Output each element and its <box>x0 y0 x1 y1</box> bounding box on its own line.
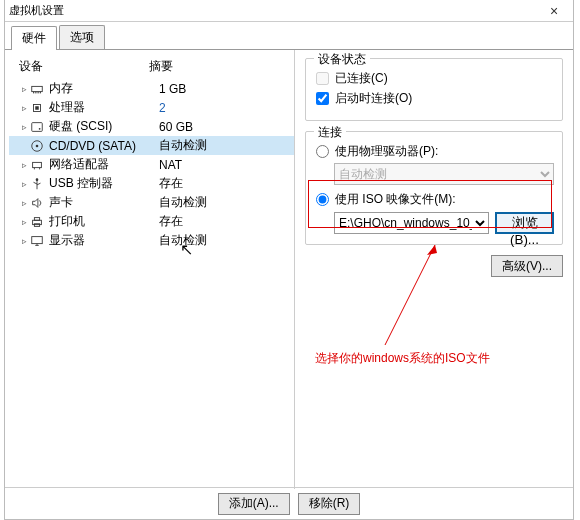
device-status-title: 设备状态 <box>314 51 370 68</box>
content-area: 设备 摘要 ▹内存1 GB▹处理器2▹硬盘 (SCSI)60 GBCD/DVD … <box>5 50 573 489</box>
advanced-button[interactable]: 高级(V)... <box>491 255 563 277</box>
add-button[interactable]: 添加(A)... <box>218 493 290 515</box>
device-row[interactable]: ▹声卡自动检测 <box>9 193 294 212</box>
svg-point-16 <box>36 178 39 181</box>
connected-checkbox[interactable] <box>316 72 329 85</box>
titlebar: 虚拟机设置 × <box>5 0 573 22</box>
browse-button[interactable]: 浏览(B)... <box>495 212 554 234</box>
remove-button[interactable]: 移除(R) <box>298 493 361 515</box>
sound-icon <box>29 196 45 210</box>
disk-icon <box>29 120 45 134</box>
device-row[interactable]: ▹打印机存在 <box>9 212 294 231</box>
device-row[interactable]: ▹内存1 GB <box>9 79 294 98</box>
iso-path-select[interactable]: E:\GHO\cn_windows_10_bu <box>334 212 489 234</box>
expand-icon: ▹ <box>19 198 29 208</box>
device-name: 处理器 <box>49 99 159 116</box>
use-iso-radio[interactable] <box>316 193 329 206</box>
svg-rect-12 <box>33 162 42 167</box>
connected-row[interactable]: 已连接(C) <box>314 70 554 87</box>
device-name: 硬盘 (SCSI) <box>49 118 159 135</box>
device-name: 显示器 <box>49 232 159 249</box>
use-iso-label: 使用 ISO 映像文件(M): <box>335 191 456 208</box>
physical-drive-wrap: 自动检测 <box>334 163 554 185</box>
device-list-header: 设备 摘要 <box>9 56 294 79</box>
connected-label: 已连接(C) <box>335 70 388 87</box>
printer-icon <box>29 215 45 229</box>
advanced-row: 高级(V)... <box>305 255 563 277</box>
memory-icon <box>29 82 45 96</box>
device-row[interactable]: CD/DVD (SATA)自动检测 <box>9 136 294 155</box>
device-name: USB 控制器 <box>49 175 159 192</box>
svg-rect-21 <box>34 217 39 220</box>
display-icon <box>29 234 45 248</box>
connect-at-power-checkbox[interactable] <box>316 92 329 105</box>
expand-icon: ▹ <box>19 160 29 170</box>
svg-point-11 <box>36 144 39 147</box>
svg-line-17 <box>34 182 38 184</box>
device-name: 内存 <box>49 80 159 97</box>
svg-rect-23 <box>32 236 43 243</box>
device-list[interactable]: ▹内存1 GB▹处理器2▹硬盘 (SCSI)60 GBCD/DVD (SATA)… <box>9 79 294 250</box>
device-summary: 自动检测 <box>159 137 207 154</box>
expand-icon: ▹ <box>19 84 29 94</box>
use-physical-row[interactable]: 使用物理驱动器(P): <box>314 143 554 160</box>
device-status-group: 设备状态 已连接(C) 启动时连接(O) <box>305 58 563 121</box>
use-physical-radio[interactable] <box>316 145 329 158</box>
device-name: 声卡 <box>49 194 159 211</box>
use-physical-label: 使用物理驱动器(P): <box>335 143 438 160</box>
device-summary: 2 <box>159 101 166 115</box>
device-list-pane: 设备 摘要 ▹内存1 GB▹处理器2▹硬盘 (SCSI)60 GBCD/DVD … <box>5 50 295 489</box>
device-name: CD/DVD (SATA) <box>49 139 159 153</box>
physical-drive-select[interactable]: 自动检测 <box>334 163 554 185</box>
device-summary: 存在 <box>159 213 183 230</box>
svg-line-18 <box>37 183 41 185</box>
expand-icon: ▹ <box>19 217 29 227</box>
tab-strip: 硬件 选项 <box>5 22 573 50</box>
col-summary: 摘要 <box>149 58 173 75</box>
close-button[interactable]: × <box>539 4 569 18</box>
device-row[interactable]: ▹硬盘 (SCSI)60 GB <box>9 117 294 136</box>
device-row[interactable]: ▹处理器2 <box>9 98 294 117</box>
device-row[interactable]: ▹显示器自动检测 <box>9 231 294 250</box>
cpu-icon <box>29 101 45 115</box>
device-detail-pane: 设备状态 已连接(C) 启动时连接(O) 连接 使用物理驱动器(P): <box>295 50 573 489</box>
usb-icon <box>29 177 45 191</box>
tab-hardware[interactable]: 硬件 <box>11 26 57 50</box>
device-name: 打印机 <box>49 213 159 230</box>
svg-rect-8 <box>32 122 43 131</box>
device-summary: 60 GB <box>159 120 193 134</box>
svg-rect-0 <box>32 86 43 91</box>
footer: 添加(A)... 移除(R) <box>5 487 573 519</box>
net-icon <box>29 158 45 172</box>
svg-point-9 <box>39 127 41 129</box>
footer-left: 添加(A)... 移除(R) <box>144 493 434 515</box>
tab-options[interactable]: 选项 <box>59 25 105 49</box>
vm-settings-dialog: 虚拟机设置 × 硬件 选项 设备 摘要 ▹内存1 GB▹处理器2▹硬盘 (SCS… <box>4 0 574 520</box>
device-summary: 存在 <box>159 175 183 192</box>
expand-icon: ▹ <box>19 103 29 113</box>
annotation-text: 选择你的windows系统的ISO文件 <box>315 350 490 367</box>
device-row[interactable]: ▹网络适配器NAT <box>9 155 294 174</box>
cd-icon <box>29 139 45 153</box>
col-device: 设备 <box>19 58 149 75</box>
dialog-title: 虚拟机设置 <box>9 3 539 18</box>
iso-select-row: E:\GHO\cn_windows_10_bu 浏览(B)... <box>334 212 554 234</box>
connection-group: 连接 使用物理驱动器(P): 自动检测 使用 ISO 映像文件(M): <box>305 131 563 245</box>
connection-title: 连接 <box>314 124 346 141</box>
svg-marker-19 <box>33 198 38 207</box>
expand-icon: ▹ <box>19 179 29 189</box>
device-summary: 自动检测 <box>159 194 207 211</box>
use-iso-row[interactable]: 使用 ISO 映像文件(M): <box>314 191 554 208</box>
svg-rect-7 <box>35 106 39 110</box>
expand-icon: ▹ <box>19 122 29 132</box>
device-row[interactable]: ▹USB 控制器存在 <box>9 174 294 193</box>
expand-icon: ▹ <box>19 236 29 246</box>
connect-at-power-label: 启动时连接(O) <box>335 90 412 107</box>
device-name: 网络适配器 <box>49 156 159 173</box>
device-summary: 自动检测 <box>159 232 207 249</box>
connect-at-power-row[interactable]: 启动时连接(O) <box>314 90 554 107</box>
svg-marker-27 <box>427 245 437 255</box>
device-summary: 1 GB <box>159 82 186 96</box>
device-summary: NAT <box>159 158 182 172</box>
